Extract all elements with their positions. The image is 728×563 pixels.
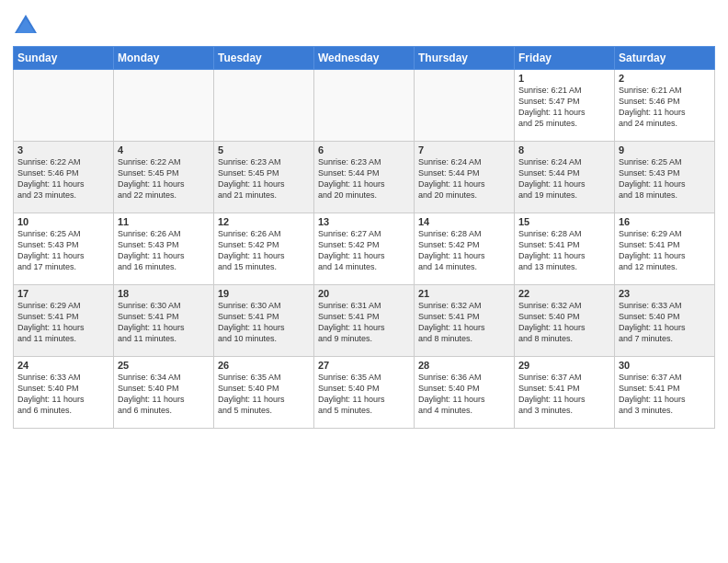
calendar-cell: 23Sunrise: 6:33 AM Sunset: 5:40 PM Dayli… [615, 285, 715, 357]
day-number: 29 [518, 360, 610, 371]
day-number: 8 [518, 144, 610, 155]
calendar-cell: 15Sunrise: 6:28 AM Sunset: 5:41 PM Dayli… [515, 213, 615, 285]
day-number: 3 [17, 144, 109, 155]
day-number: 20 [318, 288, 410, 299]
calendar-cell: 5Sunrise: 6:23 AM Sunset: 5:45 PM Daylig… [214, 142, 314, 213]
day-info: Sunrise: 6:33 AM Sunset: 5:40 PM Dayligh… [619, 300, 711, 345]
calendar-cell: 18Sunrise: 6:30 AM Sunset: 5:41 PM Dayli… [114, 285, 214, 357]
day-info: Sunrise: 6:36 AM Sunset: 5:40 PM Dayligh… [418, 372, 510, 417]
weekday-header-sunday: Sunday [14, 47, 114, 70]
day-info: Sunrise: 6:30 AM Sunset: 5:41 PM Dayligh… [118, 300, 210, 345]
day-number: 5 [218, 144, 310, 155]
calendar-cell: 9Sunrise: 6:25 AM Sunset: 5:43 PM Daylig… [615, 142, 715, 213]
day-info: Sunrise: 6:34 AM Sunset: 5:40 PM Dayligh… [118, 372, 210, 417]
page: SundayMondayTuesdayWednesdayThursdayFrid… [0, 0, 728, 563]
day-number: 21 [418, 288, 510, 299]
day-number: 17 [17, 288, 109, 299]
calendar-cell: 28Sunrise: 6:36 AM Sunset: 5:40 PM Dayli… [415, 357, 515, 429]
day-number: 23 [619, 288, 711, 299]
day-info: Sunrise: 6:31 AM Sunset: 5:41 PM Dayligh… [318, 300, 410, 345]
calendar-cell: 21Sunrise: 6:32 AM Sunset: 5:41 PM Dayli… [415, 285, 515, 357]
day-number: 1 [518, 73, 610, 84]
day-number: 9 [619, 144, 711, 155]
calendar-cell: 29Sunrise: 6:37 AM Sunset: 5:41 PM Dayli… [515, 357, 615, 429]
calendar-cell: 4Sunrise: 6:22 AM Sunset: 5:45 PM Daylig… [114, 142, 214, 213]
day-number: 14 [418, 216, 510, 227]
calendar-cell [314, 70, 415, 142]
day-info: Sunrise: 6:26 AM Sunset: 5:42 PM Dayligh… [218, 228, 310, 273]
day-number: 7 [418, 144, 510, 155]
day-number: 10 [17, 216, 109, 227]
calendar-week-row: 10Sunrise: 6:25 AM Sunset: 5:43 PM Dayli… [14, 213, 715, 285]
day-number: 2 [619, 73, 711, 84]
day-info: Sunrise: 6:35 AM Sunset: 5:40 PM Dayligh… [318, 372, 410, 417]
calendar-cell [114, 70, 214, 142]
weekday-header-tuesday: Tuesday [214, 47, 314, 70]
day-number: 25 [118, 360, 210, 371]
calendar-cell: 19Sunrise: 6:30 AM Sunset: 5:41 PM Dayli… [214, 285, 314, 357]
calendar-cell: 2Sunrise: 6:21 AM Sunset: 5:46 PM Daylig… [615, 70, 715, 142]
day-number: 28 [418, 360, 510, 371]
day-info: Sunrise: 6:24 AM Sunset: 5:44 PM Dayligh… [518, 156, 610, 201]
day-number: 12 [218, 216, 310, 227]
day-info: Sunrise: 6:25 AM Sunset: 5:43 PM Dayligh… [17, 228, 109, 273]
day-info: Sunrise: 6:21 AM Sunset: 5:46 PM Dayligh… [619, 85, 711, 130]
calendar-cell: 20Sunrise: 6:31 AM Sunset: 5:41 PM Dayli… [314, 285, 415, 357]
calendar-cell: 12Sunrise: 6:26 AM Sunset: 5:42 PM Dayli… [214, 213, 314, 285]
calendar-cell: 13Sunrise: 6:27 AM Sunset: 5:42 PM Dayli… [314, 213, 415, 285]
weekday-header-saturday: Saturday [615, 47, 715, 70]
day-info: Sunrise: 6:23 AM Sunset: 5:45 PM Dayligh… [218, 156, 310, 201]
day-info: Sunrise: 6:25 AM Sunset: 5:43 PM Dayligh… [619, 156, 711, 201]
weekday-header-wednesday: Wednesday [314, 47, 415, 70]
calendar-cell: 22Sunrise: 6:32 AM Sunset: 5:40 PM Dayli… [515, 285, 615, 357]
calendar-cell: 1Sunrise: 6:21 AM Sunset: 5:47 PM Daylig… [515, 70, 615, 142]
calendar-cell [14, 70, 114, 142]
day-info: Sunrise: 6:23 AM Sunset: 5:44 PM Dayligh… [318, 156, 410, 201]
day-number: 30 [619, 360, 711, 371]
day-number: 18 [118, 288, 210, 299]
calendar-cell [214, 70, 314, 142]
day-info: Sunrise: 6:29 AM Sunset: 5:41 PM Dayligh… [619, 228, 711, 273]
day-info: Sunrise: 6:22 AM Sunset: 5:46 PM Dayligh… [17, 156, 109, 201]
day-info: Sunrise: 6:28 AM Sunset: 5:42 PM Dayligh… [418, 228, 510, 273]
day-info: Sunrise: 6:37 AM Sunset: 5:41 PM Dayligh… [619, 372, 711, 417]
weekday-header-friday: Friday [515, 47, 615, 70]
day-info: Sunrise: 6:24 AM Sunset: 5:44 PM Dayligh… [418, 156, 510, 201]
day-info: Sunrise: 6:35 AM Sunset: 5:40 PM Dayligh… [218, 372, 310, 417]
calendar-cell: 17Sunrise: 6:29 AM Sunset: 5:41 PM Dayli… [14, 285, 114, 357]
calendar-cell: 10Sunrise: 6:25 AM Sunset: 5:43 PM Dayli… [14, 213, 114, 285]
day-number: 11 [118, 216, 210, 227]
calendar-header-row: SundayMondayTuesdayWednesdayThursdayFrid… [14, 47, 715, 70]
calendar-cell: 25Sunrise: 6:34 AM Sunset: 5:40 PM Dayli… [114, 357, 214, 429]
day-number: 16 [619, 216, 711, 227]
header [13, 9, 715, 39]
day-number: 6 [318, 144, 410, 155]
day-info: Sunrise: 6:29 AM Sunset: 5:41 PM Dayligh… [17, 300, 109, 345]
calendar-cell: 30Sunrise: 6:37 AM Sunset: 5:41 PM Dayli… [615, 357, 715, 429]
calendar-cell: 24Sunrise: 6:33 AM Sunset: 5:40 PM Dayli… [14, 357, 114, 429]
calendar-cell: 8Sunrise: 6:24 AM Sunset: 5:44 PM Daylig… [515, 142, 615, 213]
calendar-week-row: 1Sunrise: 6:21 AM Sunset: 5:47 PM Daylig… [14, 70, 715, 142]
logo-icon [13, 13, 39, 39]
calendar-cell: 6Sunrise: 6:23 AM Sunset: 5:44 PM Daylig… [314, 142, 415, 213]
logo [13, 13, 42, 39]
day-number: 22 [518, 288, 610, 299]
day-number: 24 [17, 360, 109, 371]
calendar-week-row: 17Sunrise: 6:29 AM Sunset: 5:41 PM Dayli… [14, 285, 715, 357]
day-number: 15 [518, 216, 610, 227]
weekday-header-thursday: Thursday [415, 47, 515, 70]
day-number: 4 [118, 144, 210, 155]
day-info: Sunrise: 6:37 AM Sunset: 5:41 PM Dayligh… [518, 372, 610, 417]
calendar-week-row: 3Sunrise: 6:22 AM Sunset: 5:46 PM Daylig… [14, 142, 715, 213]
day-number: 19 [218, 288, 310, 299]
calendar-cell: 16Sunrise: 6:29 AM Sunset: 5:41 PM Dayli… [615, 213, 715, 285]
day-info: Sunrise: 6:32 AM Sunset: 5:40 PM Dayligh… [518, 300, 610, 345]
day-number: 27 [318, 360, 410, 371]
day-info: Sunrise: 6:26 AM Sunset: 5:43 PM Dayligh… [118, 228, 210, 273]
calendar-cell: 26Sunrise: 6:35 AM Sunset: 5:40 PM Dayli… [214, 357, 314, 429]
calendar-cell: 14Sunrise: 6:28 AM Sunset: 5:42 PM Dayli… [415, 213, 515, 285]
weekday-header-monday: Monday [114, 47, 214, 70]
day-info: Sunrise: 6:30 AM Sunset: 5:41 PM Dayligh… [218, 300, 310, 345]
calendar-cell: 27Sunrise: 6:35 AM Sunset: 5:40 PM Dayli… [314, 357, 415, 429]
day-info: Sunrise: 6:22 AM Sunset: 5:45 PM Dayligh… [118, 156, 210, 201]
